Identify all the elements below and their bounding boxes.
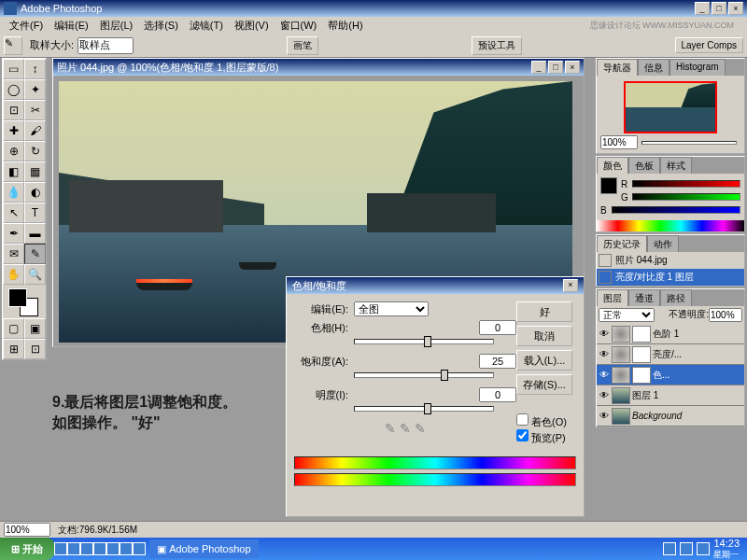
tab-info[interactable]: 信息 — [638, 59, 669, 76]
tab-swatches[interactable]: 色板 — [628, 157, 660, 174]
sample-size-input[interactable] — [78, 37, 134, 54]
navigator-zoom-input[interactable] — [600, 135, 638, 149]
preview-checkbox[interactable]: 预览(P) — [516, 429, 576, 445]
crop-tool[interactable]: ⊡ — [3, 100, 24, 120]
quicklaunch-icon[interactable] — [80, 542, 93, 555]
dialog-titlebar[interactable]: 色相/饱和度 × — [287, 277, 584, 294]
gradient-tool[interactable]: ▦ — [24, 161, 46, 182]
slice-tool[interactable]: ✂ — [24, 100, 46, 120]
tray-icon[interactable] — [663, 542, 676, 555]
color-fg-swatch[interactable] — [600, 177, 617, 194]
menu-file[interactable]: 文件(F) — [4, 19, 49, 33]
tab-layers[interactable]: 图层 — [597, 289, 628, 306]
lightness-slider[interactable] — [354, 406, 494, 412]
pen-tool[interactable]: ✒ — [3, 223, 24, 244]
minimize-button[interactable]: _ — [695, 2, 710, 15]
system-tray[interactable]: 14:23 星期一 — [655, 538, 747, 561]
layer-background[interactable]: 👁Background — [597, 406, 744, 427]
saturation-slider[interactable] — [354, 372, 494, 378]
history-snapshot[interactable]: 照片 044.jpg — [597, 252, 744, 269]
b-slider[interactable] — [612, 206, 740, 214]
hand-tool[interactable]: ✋ — [3, 264, 24, 285]
start-button[interactable]: ⊞ 开始 — [0, 538, 54, 560]
layer-1[interactable]: 👁图层 1 — [597, 385, 744, 406]
menu-view[interactable]: 视图(V) — [229, 19, 275, 33]
taskbar-app-photoshop[interactable]: ▣ Adobe Photoshop — [149, 539, 259, 558]
stamp-tool[interactable]: ⊕ — [3, 141, 24, 161]
tab-paths[interactable]: 路径 — [660, 289, 692, 306]
fg-color-swatch[interactable] — [8, 288, 27, 307]
tab-styles[interactable]: 样式 — [660, 157, 692, 174]
status-zoom[interactable] — [4, 523, 50, 537]
mask-mode-quick[interactable]: ▣ — [24, 318, 46, 339]
menu-select[interactable]: 选择(S) — [138, 19, 184, 33]
opacity-input[interactable] — [709, 308, 742, 322]
load-button[interactable]: 载入(L)... — [516, 350, 572, 371]
eyedropper-icons[interactable]: ✎ ✎ ✎ — [294, 421, 516, 436]
document-titlebar[interactable]: 照片 044.jpg @ 100%(色相/饱和度 1,图层蒙版/8) _ □ × — [53, 59, 584, 76]
doc-minimize-button[interactable]: _ — [531, 61, 546, 74]
menu-help[interactable]: 帮助(H) — [322, 19, 368, 33]
menu-filter[interactable]: 滤镜(T) — [184, 19, 229, 33]
quicklaunch-icon[interactable] — [93, 542, 106, 555]
type-tool[interactable]: T — [24, 203, 46, 223]
save-button[interactable]: 存储(S)... — [516, 374, 572, 395]
path-tool[interactable]: ↖ — [3, 203, 24, 223]
palette-well-layercomps[interactable]: Layer Comps — [675, 37, 743, 53]
tab-navigator[interactable]: 导航器 — [597, 59, 638, 76]
doc-close-button[interactable]: × — [565, 61, 580, 74]
quicklaunch-icon[interactable] — [133, 542, 146, 555]
quicklaunch-icon[interactable] — [106, 542, 120, 555]
g-slider[interactable] — [632, 193, 740, 201]
palette-well-presets[interactable]: 预设工具 — [472, 36, 522, 55]
dodge-tool[interactable]: ◐ — [24, 182, 46, 203]
move-tool[interactable]: ↕ — [24, 59, 46, 79]
marquee-tool[interactable]: ▭ — [3, 59, 24, 79]
menu-edit[interactable]: 编辑(E) — [49, 19, 94, 33]
close-button[interactable]: × — [728, 2, 743, 15]
history-step[interactable]: 亮度/对比度 1 图层 — [597, 269, 744, 286]
colorize-checkbox[interactable]: 着色(O) — [516, 413, 576, 429]
r-slider[interactable] — [632, 180, 740, 188]
quicklaunch-icon[interactable] — [67, 542, 80, 555]
history-brush-tool[interactable]: ↻ — [24, 141, 46, 161]
tray-icon[interactable] — [680, 542, 693, 555]
layer-hue-sat[interactable]: 👁色... — [597, 365, 744, 385]
eyedropper-tool[interactable]: ✎ — [24, 244, 46, 264]
edit-select[interactable]: 全图 — [354, 301, 429, 316]
blur-tool[interactable]: 💧 — [3, 182, 24, 203]
saturation-input[interactable] — [479, 354, 516, 369]
color-swatches[interactable] — [3, 285, 46, 318]
mask-mode-standard[interactable]: ▢ — [3, 318, 24, 339]
quicklaunch-icon[interactable] — [120, 542, 133, 555]
menu-window[interactable]: 窗口(W) — [275, 19, 323, 33]
brush-tool[interactable]: 🖌 — [24, 120, 46, 141]
screen-mode-full[interactable]: ⊡ — [24, 339, 46, 359]
tab-channels[interactable]: 通道 — [628, 289, 660, 306]
cancel-button[interactable]: 取消 — [516, 326, 572, 346]
quicklaunch-icon[interactable] — [54, 542, 67, 555]
blend-mode-select[interactable]: 正常 — [599, 308, 655, 322]
hue-slider[interactable] — [354, 339, 494, 344]
color-ramp[interactable] — [597, 220, 744, 231]
ok-button[interactable]: 好 — [516, 301, 572, 322]
lasso-tool[interactable]: ◯ — [3, 79, 24, 100]
eyedropper-icon[interactable]: ✎ — [4, 36, 22, 55]
layer-brightness[interactable]: 👁亮度/... — [597, 344, 744, 365]
tab-color[interactable]: 颜色 — [597, 157, 628, 174]
lightness-input[interactable] — [479, 387, 516, 402]
shape-tool[interactable]: ▬ — [24, 223, 46, 244]
eraser-tool[interactable]: ◧ — [3, 161, 24, 182]
wand-tool[interactable]: ✦ — [24, 79, 46, 100]
layer-levels[interactable]: 👁色阶 1 — [597, 324, 744, 344]
tray-icon[interactable] — [697, 542, 710, 555]
tab-histogram[interactable]: Histogram — [669, 59, 726, 76]
menu-image[interactable]: 图层(L) — [94, 19, 138, 33]
maximize-button[interactable]: □ — [712, 2, 726, 15]
tab-history[interactable]: 历史记录 — [597, 235, 647, 252]
navigator-zoom-slider[interactable] — [641, 141, 737, 145]
tab-actions[interactable]: 动作 — [647, 235, 679, 252]
palette-well-brushes[interactable]: 画笔 — [287, 36, 318, 55]
hue-input[interactable] — [479, 320, 516, 335]
navigator-thumbnail[interactable] — [624, 81, 717, 133]
